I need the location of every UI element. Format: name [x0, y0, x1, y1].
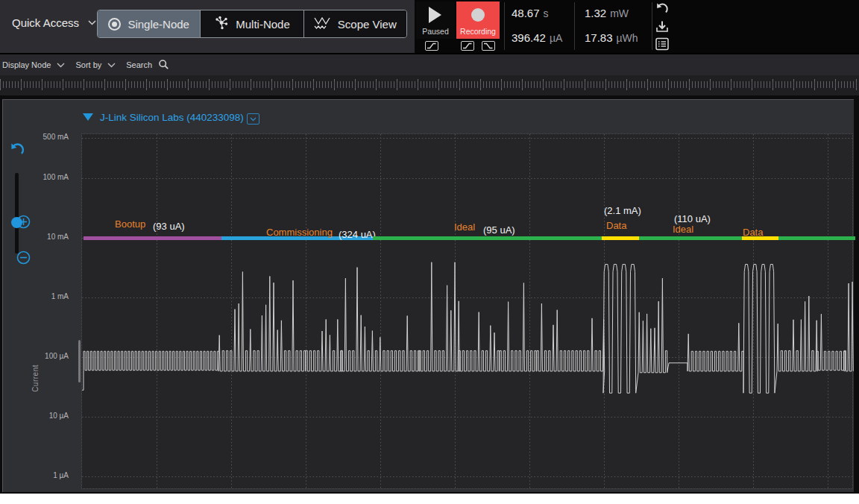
tab-multi-node[interactable]: Multi-Node: [201, 10, 303, 37]
elapsed-time-unit: s: [544, 7, 549, 19]
single-node-icon: [108, 18, 121, 31]
annotation-bar-data[interactable]: [602, 236, 639, 240]
search-icon: [158, 59, 169, 72]
scope-view-icon: [314, 16, 331, 31]
annotation-name-label: Ideal: [454, 221, 475, 233]
recording-button[interactable]: Recording: [456, 1, 500, 39]
chevron-down-icon: [88, 20, 96, 25]
energy-value: 17.83: [585, 31, 613, 44]
quick-access-menu[interactable]: Quick Access: [12, 16, 96, 29]
measurement-panel: Paused Recording 48.67s 396.4: [415, 0, 859, 53]
record-icon: [471, 8, 485, 22]
y-axis-tick-label: 1 mA: [13, 292, 69, 300]
tab-single-node-label: Single-Node: [128, 18, 189, 31]
reset-undo-button[interactable]: [655, 2, 670, 17]
search-control[interactable]: Search: [126, 59, 169, 72]
annotation-name-label: Ideal: [673, 224, 693, 235]
search-label: Search: [126, 60, 152, 69]
annotation-name-label: Commissioning: [266, 227, 333, 238]
zoom-in-button[interactable]: [10, 157, 24, 171]
paused-label: Paused: [416, 27, 455, 36]
sort-by-label: Sort by: [75, 60, 101, 69]
y-axis-tick-label: 500 mA: [13, 133, 69, 141]
node-title[interactable]: J-Link Silicon Labs (440233098): [100, 112, 244, 123]
trigger-rising-icon[interactable]: [425, 41, 438, 51]
waveform-canvas[interactable]: [82, 134, 854, 490]
display-node-menu[interactable]: Display Node: [2, 60, 65, 69]
annotation-average-label: (324 uA): [339, 229, 376, 240]
tab-single-node[interactable]: Single-Node: [98, 10, 201, 37]
y-axis-tick-label: 10 µA: [13, 412, 69, 420]
divider: [504, 2, 505, 50]
energy-profiler-window: Quick Access Single-Node: [0, 0, 859, 504]
annotation-name-label: Data: [606, 220, 626, 231]
y-axis-tick-label: 10 mA: [13, 233, 69, 241]
annotation-bar-segment[interactable]: [778, 236, 855, 240]
avg-current-value: 396.42: [512, 31, 546, 44]
annotation-bar-bootup[interactable]: [84, 236, 221, 240]
node-options-dropdown[interactable]: [247, 113, 259, 125]
zoom-slider-track[interactable]: [15, 173, 19, 253]
panel-scrollbar-thumb[interactable]: [78, 340, 81, 382]
annotation-average-label: (95 uA): [483, 224, 515, 236]
y-axis-title: Current: [31, 365, 40, 392]
measurement-column-1: 48.67s 396.42µA: [512, 0, 573, 53]
annotation-bar-ideal[interactable]: [639, 236, 742, 240]
avg-power-unit: mW: [610, 7, 629, 19]
sort-by-menu[interactable]: Sort by: [75, 60, 116, 69]
avg-current-unit: µA: [550, 32, 562, 44]
node-toolbar: Display Node Sort by Search: [0, 54, 859, 75]
annotation-name-label: Bootup: [115, 218, 145, 230]
play-paused-button[interactable]: Paused: [416, 1, 455, 39]
chevron-down-icon: [57, 63, 65, 68]
annotation-bar-ideal[interactable]: [373, 236, 602, 240]
tab-multi-node-label: Multi-Node: [236, 18, 290, 31]
current-trace: [82, 262, 853, 394]
tab-scope-view[interactable]: Scope View: [304, 10, 406, 37]
trigger-rising-icon-2[interactable]: [461, 41, 474, 51]
top-toolbar: Quick Access Single-Node: [0, 0, 859, 53]
annotation-name-label: Data: [743, 227, 763, 238]
y-axis-tick-label: 1 µA: [13, 471, 69, 479]
collapse-triangle-icon[interactable]: [83, 113, 93, 121]
multi-node-icon: [214, 16, 229, 32]
export-download-button[interactable]: [655, 19, 670, 34]
tab-scope-view-label: Scope View: [338, 18, 397, 31]
event-list-button[interactable]: [655, 37, 670, 51]
annotation-average-label: (2.1 mA): [604, 205, 641, 216]
y-axis-tick-label: 100 mA: [13, 173, 69, 181]
play-icon: [429, 7, 441, 23]
node-chart-panel: J-Link Silicon Labs (440233098): [2, 99, 854, 492]
timeline-ruler[interactable]: [0, 75, 859, 95]
ruler-minor-ticks: [0, 81, 859, 88]
annotation-average-label: (110 uA): [674, 213, 711, 224]
main-area: J-Link Silicon Labs (440233098): [0, 95, 859, 494]
display-node-label: Display Node: [2, 60, 51, 69]
trigger-falling-icon[interactable]: [482, 41, 495, 51]
zoom-slider-thumb[interactable]: [11, 217, 22, 228]
divider: [652, 2, 652, 50]
zoom-out-button[interactable]: [10, 100, 24, 114]
energy-unit: µWh: [617, 32, 638, 44]
elapsed-time-value: 48.67: [512, 7, 540, 19]
annotation-average-label: (93 uA): [153, 221, 185, 232]
view-mode-tabs: Single-Node: [97, 10, 407, 38]
avg-power-value: 1.32: [585, 7, 606, 19]
measurement-column-2: 1.32mW 17.83µWh: [585, 0, 649, 53]
chevron-down-icon: [107, 63, 116, 68]
recording-label: Recording: [456, 27, 500, 36]
waveform-plot[interactable]: Bootup(93 uA)Commissioning(324 uA)Ideal(…: [81, 133, 853, 489]
y-axis-tick-label: 100 µA: [13, 352, 69, 360]
zoom-reset-button[interactable]: [9, 142, 25, 159]
divider: [574, 2, 575, 50]
quick-access-label: Quick Access: [12, 16, 79, 29]
